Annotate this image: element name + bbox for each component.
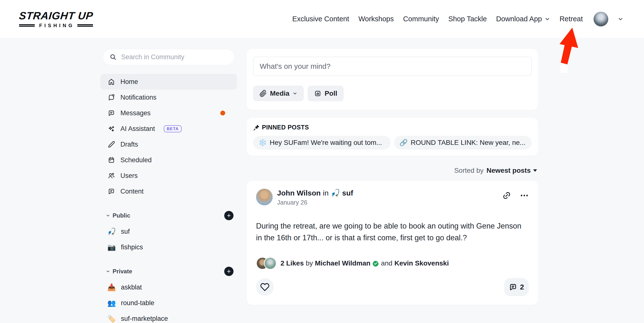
space-item-suf[interactable]: 🎣 suf [100, 224, 237, 239]
sidebar-item-ai-assistant[interactable]: AI Assistant BETA [100, 121, 237, 136]
sidebar-item-label: Users [120, 172, 138, 180]
home-icon [108, 78, 115, 86]
space-item-fishpics[interactable]: 📷 fishpics [100, 239, 237, 255]
verified-badge-icon [372, 260, 379, 267]
user-avatar[interactable] [594, 12, 608, 26]
comment-bubble-icon [509, 283, 517, 291]
add-public-space-button[interactable] [224, 211, 234, 220]
sidebar: Home Notifications Messages AI Assist [100, 49, 237, 323]
paperclip-icon [260, 90, 267, 97]
space-item-suf-marketplace[interactable]: 🏷️ suf-marketplace [100, 311, 237, 323]
main-nav: Exclusive Content Workshops Community Sh… [292, 12, 624, 26]
likes-count[interactable]: 2 Likes [280, 260, 304, 267]
liker-name[interactable]: Kevin Skovenski [394, 260, 449, 267]
pinned-post-chip[interactable]: ❄️ Hey SUFam! We're waiting out tom... [253, 136, 391, 150]
inbox-icon: 📥 [107, 283, 116, 292]
logo[interactable]: STRAIGHT UP FISHING [19, 10, 93, 28]
white-square-annotation [560, 65, 568, 73]
sorted-by-label: Sorted by [454, 167, 484, 174]
sidebar-item-home[interactable]: Home [100, 74, 237, 90]
space-emoji-icon: 🎣 [331, 189, 340, 197]
logo-right-lines [77, 24, 93, 27]
section-header-public: Public [100, 210, 237, 221]
poll-icon [314, 90, 322, 97]
search-box[interactable] [103, 49, 234, 65]
plus-icon [226, 269, 231, 274]
search-input[interactable] [121, 53, 228, 61]
poll-button[interactable]: Poll [308, 86, 344, 101]
logo-subtitle: FISHING [38, 23, 74, 28]
sidebar-item-label: Content [120, 188, 144, 195]
nav-retreat[interactable]: Retreat [560, 15, 583, 23]
ellipsis-icon [520, 191, 529, 200]
public-space-list: 🎣 suf 📷 fishpics [100, 224, 237, 255]
sort-value-label: Newest posts [486, 167, 531, 174]
pinned-post-text: ROUND TABLE LINK: New year, ne... [411, 139, 526, 146]
space-label: round-table [121, 299, 154, 307]
post-composer: Media Poll [247, 49, 538, 110]
fishing-pole-icon: 🎣 [107, 228, 116, 236]
camera-icon: 📷 [107, 243, 116, 251]
account-chevron-down-icon[interactable] [618, 16, 624, 22]
sidebar-item-content[interactable]: Content [100, 184, 237, 199]
sort-row: Sorted by Newest posts [247, 167, 538, 174]
logo-left-lines [19, 24, 35, 27]
sparkles-icon [108, 125, 115, 132]
section-header-private: Private [100, 266, 237, 276]
sidebar-nav: Home Notifications Messages AI Assist [100, 74, 237, 199]
liker-avatars[interactable] [256, 257, 276, 270]
nav-shop-tackle[interactable]: Shop Tackle [448, 15, 486, 23]
post-menu-button[interactable] [520, 191, 529, 200]
chevron-down-icon [544, 16, 550, 22]
sidebar-item-scheduled[interactable]: Scheduled [100, 152, 237, 168]
post-space-link[interactable]: suf [342, 189, 353, 197]
post-likes-row: 2 Likes by Michael Wildman and Kevin Sko… [256, 257, 529, 270]
nav-download-app[interactable]: Download App [496, 15, 550, 23]
nav-workshops[interactable]: Workshops [358, 15, 394, 23]
liker-name[interactable]: Michael Wildman [315, 260, 370, 267]
heart-icon [260, 282, 270, 292]
section-title[interactable]: Public [112, 212, 130, 219]
link-emoji-icon: 🔗 [400, 139, 408, 146]
header: STRAIGHT UP FISHING Exclusive Content Wo… [0, 0, 644, 38]
tag-icon: 🏷️ [107, 315, 116, 323]
nav-community[interactable]: Community [403, 15, 439, 23]
sidebar-item-label: Notifications [120, 94, 156, 101]
sort-dropdown[interactable]: Newest posts [486, 167, 537, 174]
chevron-down-icon[interactable] [106, 269, 110, 274]
composer-input[interactable] [253, 57, 532, 76]
like-button[interactable] [256, 278, 274, 296]
sidebar-item-notifications[interactable]: Notifications [100, 90, 237, 105]
nav-exclusive-content[interactable]: Exclusive Content [292, 15, 349, 23]
pinned-post-text: Hey SUFam! We're waiting out tom... [270, 139, 382, 146]
sidebar-item-label: Scheduled [120, 156, 152, 164]
pinned-posts-card: PINNED POSTS ❄️ Hey SUFam! We're waiting… [247, 118, 538, 156]
chevron-down-icon[interactable] [106, 214, 110, 218]
private-space-list: 📥 askblat 👥 round-table 🏷️ suf-marketpla… [100, 280, 237, 323]
space-label: fishpics [121, 244, 143, 251]
copy-link-button[interactable] [502, 191, 511, 200]
pinned-post-chip[interactable]: 🔗 ROUND TABLE LINK: New year, ne... [394, 136, 532, 150]
sidebar-item-users[interactable]: Users [100, 168, 237, 184]
comment-count: 2 [520, 283, 524, 291]
sidebar-item-messages[interactable]: Messages [100, 105, 237, 121]
space-item-round-table[interactable]: 👥 round-table [100, 295, 237, 311]
calendar-icon [108, 156, 115, 164]
media-button[interactable]: Media [253, 86, 304, 101]
comments-button[interactable]: 2 [504, 278, 529, 296]
sidebar-item-label: Messages [120, 110, 150, 117]
author-avatar[interactable] [256, 189, 273, 205]
unread-dot [220, 110, 225, 116]
logo-wordmark: STRAIGHT UP [18, 10, 94, 22]
section-title[interactable]: Private [112, 268, 132, 275]
link-icon [502, 191, 511, 200]
author-name[interactable]: John Wilson [277, 189, 321, 197]
add-private-space-button[interactable] [224, 267, 234, 276]
in-label: in [323, 189, 328, 197]
sidebar-item-drafts[interactable]: Drafts [100, 136, 237, 152]
liker-avatar [264, 257, 276, 270]
space-item-askblat[interactable]: 📥 askblat [100, 280, 237, 295]
chevron-down-icon [292, 91, 298, 96]
messages-icon [108, 110, 115, 117]
notifications-icon [108, 94, 115, 101]
